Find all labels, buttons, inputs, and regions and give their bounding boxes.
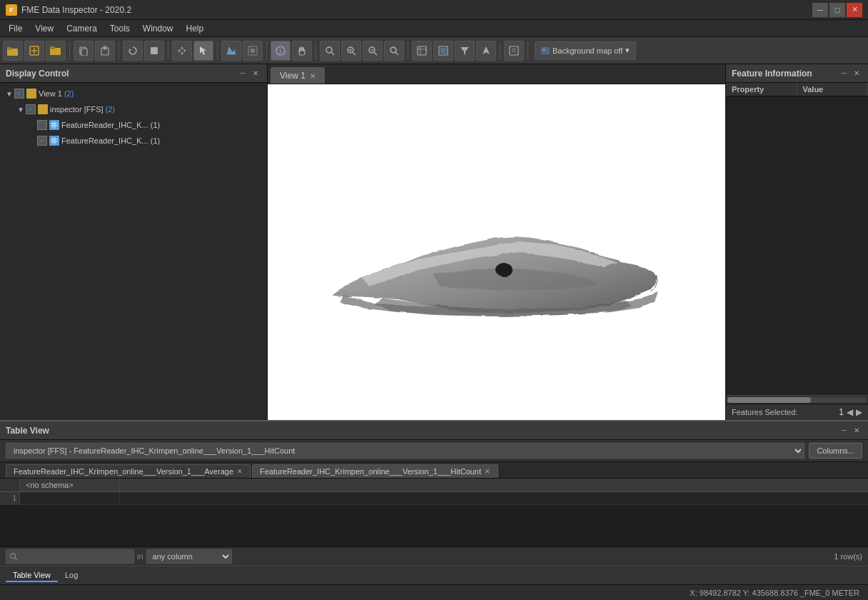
- menu-camera[interactable]: Camera: [61, 22, 103, 35]
- folder-icon-inspector: [38, 104, 48, 114]
- paste-button[interactable]: [95, 41, 115, 61]
- feature-info-header-btns: ─ ✕: [838, 68, 862, 79]
- feature-info-footer: Features Selected: 1 ◀ ▶: [726, 404, 868, 420]
- menu-tools[interactable]: Tools: [104, 22, 136, 35]
- stop-button[interactable]: [144, 41, 164, 61]
- tree-check-inspector[interactable]: [26, 104, 36, 114]
- tree-inspector[interactable]: ▼ inspector [FFS] (2): [0, 101, 267, 117]
- hand-button[interactable]: [292, 41, 312, 61]
- open-button[interactable]: [3, 41, 23, 61]
- table-view-close[interactable]: ✕: [851, 425, 862, 436]
- scrollbar-track: [727, 397, 867, 403]
- features-selected-count: 1: [839, 407, 844, 417]
- zoom-extent-button[interactable]: [384, 41, 404, 61]
- menu-view[interactable]: View: [29, 22, 59, 35]
- tree-layer1[interactable]: FeatureReader_IHC_K... (1): [0, 117, 267, 133]
- view-canvas[interactable]: [268, 84, 725, 420]
- display-control-header: Display Control ─ ✕: [0, 64, 267, 83]
- tree-check-view1[interactable]: [14, 89, 24, 99]
- menu-file[interactable]: File: [3, 22, 28, 35]
- svg-rect-45: [510, 46, 518, 55]
- filter-button[interactable]: [455, 41, 475, 61]
- table-view-header: Table View ─ ✕: [0, 421, 868, 440]
- view-tab-1-close[interactable]: ✕: [310, 72, 316, 80]
- svg-line-36: [395, 52, 398, 55]
- table-view-title: Table View: [6, 426, 49, 436]
- minimize-button[interactable]: ─: [812, 3, 828, 17]
- toolbar-sep-6: [316, 42, 316, 59]
- fi-col-property: Property: [726, 83, 797, 96]
- table-view-pin[interactable]: ─: [838, 425, 849, 436]
- toolbar-sep-9: [528, 42, 528, 59]
- svg-marker-43: [460, 47, 469, 55]
- in-label: in: [137, 552, 143, 561]
- view-tab-1-label: View 1: [280, 71, 306, 81]
- bottom-tab-log[interactable]: Log: [58, 569, 85, 582]
- table-content: <no schema> 1: [0, 479, 868, 546]
- bottom-tab-table-view[interactable]: Table View: [6, 569, 58, 582]
- search-input[interactable]: [18, 552, 131, 561]
- search-button[interactable]: [320, 41, 340, 61]
- cursor-button[interactable]: [193, 41, 213, 61]
- copy-button[interactable]: [74, 41, 94, 61]
- table-tab-average[interactable]: FeatureReader_IHC_Krimpen_online___Versi…: [6, 464, 251, 478]
- tree-layer2[interactable]: FeatureReader_IHC_K... (1): [0, 133, 267, 149]
- svg-marker-44: [483, 46, 490, 54]
- svg-rect-23: [299, 47, 301, 52]
- zoom-map-button[interactable]: [221, 41, 241, 61]
- prev-feature-arrow[interactable]: ◀: [847, 407, 853, 417]
- svg-point-49: [542, 49, 545, 51]
- open-folder-button[interactable]: [46, 41, 66, 61]
- maximize-button[interactable]: □: [829, 3, 845, 17]
- bottom-panel: Table View ─ ✕ inspector [FFS] - Feature…: [0, 420, 868, 584]
- feature-info-body: [726, 96, 868, 395]
- feature-info-header: Feature Information ─ ✕: [726, 64, 868, 83]
- menu-window[interactable]: Window: [137, 22, 179, 35]
- svg-rect-6: [50, 46, 55, 49]
- table-dataset-select[interactable]: inspector [FFS] - FeatureReader_IHC_Krim…: [6, 443, 804, 459]
- toolbar-sep-5: [266, 42, 267, 59]
- feature-info-title: Feature Information: [732, 69, 812, 79]
- navigate-button[interactable]: [476, 41, 496, 61]
- display-control-close[interactable]: ✕: [250, 68, 261, 79]
- zoom-out-button[interactable]: [363, 41, 383, 61]
- toolbar-sep-4: [217, 42, 218, 59]
- table-tab-hitcount-label: FeatureReader_IHC_Krimpen_online___Versi…: [260, 467, 481, 476]
- title-bar-controls: ─ □ ✕: [812, 3, 862, 17]
- table-tab-hitcount-close[interactable]: ✕: [485, 468, 490, 475]
- calculator-button[interactable]: [504, 41, 524, 61]
- table-button[interactable]: [412, 41, 432, 61]
- display-control-pin[interactable]: ─: [237, 68, 248, 79]
- table-tab-average-close[interactable]: ✕: [237, 468, 243, 475]
- tree-check-layer2[interactable]: [37, 136, 47, 146]
- svg-text:i: i: [280, 48, 281, 55]
- menu-help[interactable]: Help: [181, 22, 210, 35]
- svg-marker-15: [200, 46, 206, 55]
- info-button[interactable]: i: [271, 41, 291, 61]
- feature-info-close[interactable]: ✕: [851, 68, 862, 79]
- pan-button[interactable]: [172, 41, 192, 61]
- table-tabs: FeatureReader_IHC_Krimpen_online___Versi…: [0, 462, 868, 479]
- view-tab-1[interactable]: View 1 ✕: [271, 67, 325, 84]
- zoom-select-button[interactable]: [243, 41, 263, 61]
- bottom-tabs-bar: Table View Log: [0, 566, 868, 584]
- new-button[interactable]: [24, 41, 44, 61]
- folder-icon-view1: [26, 89, 36, 99]
- table-header-schema: <no schema>: [20, 479, 120, 491]
- table-tab-hitcount[interactable]: FeatureReader_IHC_Krimpen_online___Versi…: [252, 464, 498, 478]
- close-button[interactable]: ✕: [847, 3, 862, 17]
- refresh-button[interactable]: [123, 41, 143, 61]
- tree-check-layer1[interactable]: [37, 120, 47, 130]
- background-map-button[interactable]: Background map off ▾: [535, 41, 636, 60]
- column-select[interactable]: any column: [146, 549, 232, 564]
- zoom-in-button[interactable]: [341, 41, 361, 61]
- toolbar-sep-2: [118, 42, 119, 59]
- table-header-row: <no schema>: [0, 479, 868, 492]
- tree-view1[interactable]: ▼ View 1 (2): [0, 86, 267, 101]
- feature-info-scrollbar[interactable]: [726, 395, 868, 404]
- feature-info-pin[interactable]: ─: [838, 68, 849, 79]
- columns-button[interactable]: Columns...: [809, 443, 862, 459]
- next-feature-arrow[interactable]: ▶: [856, 407, 862, 417]
- select-button[interactable]: [433, 41, 453, 61]
- toolbar-sep-1: [69, 42, 70, 59]
